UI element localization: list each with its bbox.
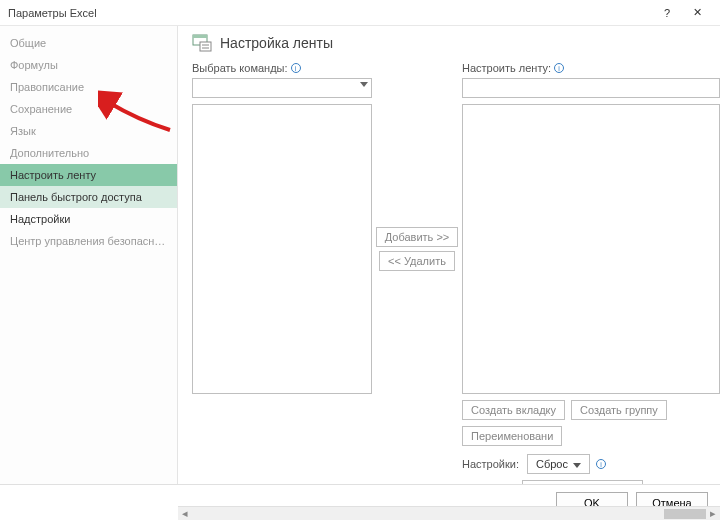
chevron-down-icon bbox=[360, 82, 368, 87]
customize-ribbon-combo[interactable] bbox=[462, 78, 720, 98]
customize-ribbon-label: Настроить ленту: i bbox=[462, 62, 720, 74]
ribbon-settings-icon bbox=[192, 34, 212, 52]
rename-button: Переименовани bbox=[462, 426, 562, 446]
remove-button: << Удалить bbox=[379, 251, 455, 271]
sidebar-item-save[interactable]: Сохранение bbox=[0, 98, 177, 120]
sidebar-item-proofing[interactable]: Правописание bbox=[0, 76, 177, 98]
sidebar-item-formulas[interactable]: Формулы bbox=[0, 54, 177, 76]
sidebar: Общие Формулы Правописание Сохранение Яз… bbox=[0, 26, 178, 484]
content-title: Настройка ленты bbox=[220, 35, 333, 51]
info-icon[interactable]: i bbox=[596, 459, 606, 469]
sidebar-item-general[interactable]: Общие bbox=[0, 32, 177, 54]
scroll-right-icon[interactable]: ▸ bbox=[706, 507, 720, 521]
sidebar-item-advanced[interactable]: Дополнительно bbox=[0, 142, 177, 164]
titlebar: Параметры Excel ? ✕ bbox=[0, 0, 720, 26]
settings-label: Настройки: bbox=[462, 458, 519, 470]
horizontal-scrollbar[interactable]: ◂ ▸ bbox=[178, 506, 720, 520]
new-tab-button: Создать вкладку bbox=[462, 400, 565, 420]
sidebar-item-addins[interactable]: Надстройки bbox=[0, 208, 177, 230]
sidebar-item-trust-center[interactable]: Центр управления безопасностью bbox=[0, 230, 177, 252]
content-pane: Настройка ленты Выбрать команды: i Настр… bbox=[178, 26, 720, 484]
reset-button[interactable]: Сброс bbox=[527, 454, 590, 474]
choose-commands-combo[interactable] bbox=[192, 78, 372, 98]
info-icon[interactable]: i bbox=[291, 63, 301, 73]
help-button[interactable]: ? bbox=[652, 0, 682, 26]
add-button: Добавить >> bbox=[376, 227, 459, 247]
commands-listbox[interactable] bbox=[192, 104, 372, 394]
svg-rect-2 bbox=[200, 42, 211, 51]
scrollbar-thumb[interactable] bbox=[664, 509, 706, 519]
choose-commands-label: Выбрать команды: i bbox=[192, 62, 372, 74]
window-title: Параметры Excel bbox=[8, 7, 97, 19]
main-area: Общие Формулы Правописание Сохранение Яз… bbox=[0, 26, 720, 484]
ribbon-tree[interactable] bbox=[462, 104, 720, 394]
sidebar-item-quick-access[interactable]: Панель быстрого доступа bbox=[0, 186, 177, 208]
sidebar-item-language[interactable]: Язык bbox=[0, 120, 177, 142]
sidebar-item-customize-ribbon[interactable]: Настроить ленту bbox=[0, 164, 177, 186]
import-export-button[interactable]: Импорт и экспорт bbox=[522, 480, 643, 484]
scroll-left-icon[interactable]: ◂ bbox=[178, 507, 192, 521]
svg-rect-1 bbox=[193, 35, 207, 38]
content-header: Настройка ленты bbox=[192, 34, 720, 52]
close-button[interactable]: ✕ bbox=[682, 0, 712, 26]
info-icon[interactable]: i bbox=[554, 63, 564, 73]
new-group-button: Создать группу bbox=[571, 400, 667, 420]
